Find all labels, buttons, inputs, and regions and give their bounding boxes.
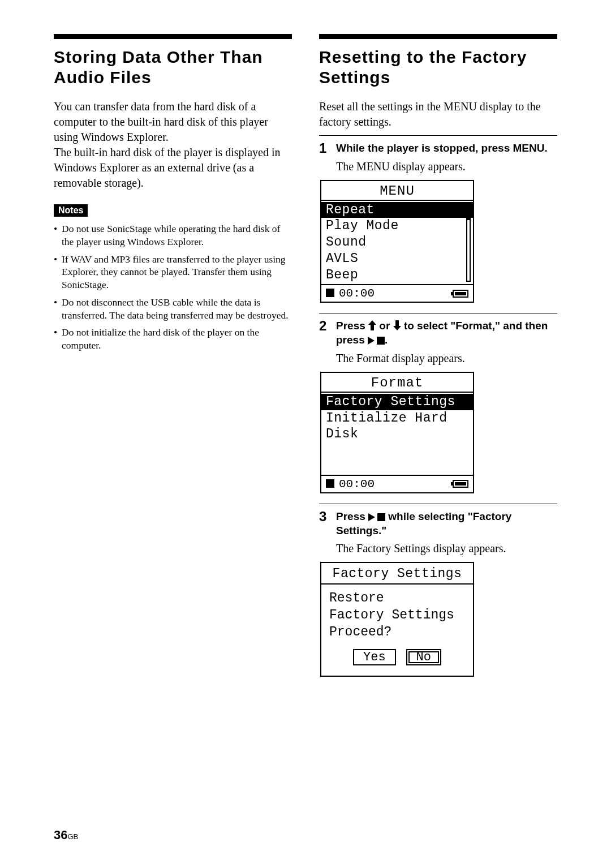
step-3: 3 Press while selecting "Factory Setting… bbox=[319, 504, 557, 677]
lcd-status-bar: 00:00 bbox=[321, 475, 473, 492]
lcd-header: MENU bbox=[321, 181, 473, 201]
storing-paragraph: You can transfer data from the hard disk… bbox=[54, 99, 292, 191]
right-column: Resetting to the Factory Settings Reset … bbox=[319, 34, 557, 677]
step-desc: The Factory Settings display appears. bbox=[336, 541, 557, 556]
play-stop-icon bbox=[368, 513, 385, 521]
yes-button: Yes bbox=[353, 649, 396, 665]
menu-item-beep: Beep bbox=[321, 267, 473, 283]
section-bar bbox=[54, 34, 292, 39]
dialog-body: Restore Factory Settings Proceed? bbox=[321, 585, 473, 646]
step-desc: The Format display appears. bbox=[336, 351, 557, 366]
note-item: Do not use SonicStage while operating th… bbox=[54, 222, 292, 248]
svg-rect-1 bbox=[377, 513, 385, 521]
section-heading-resetting: Resetting to the Factory Settings bbox=[319, 47, 557, 88]
dialog-header: Factory Settings bbox=[321, 563, 473, 585]
scrollbar bbox=[466, 203, 471, 282]
left-column: Storing Data Other Than Audio Files You … bbox=[54, 34, 292, 677]
notes-list: Do not use SonicStage while operating th… bbox=[54, 222, 292, 352]
step-title: While the player is stopped, press MENU. bbox=[336, 141, 557, 156]
lcd-status-bar: 00:00 bbox=[321, 284, 473, 302]
menu-item-sound: Sound bbox=[321, 234, 473, 251]
menu-item-repeat: Repeat bbox=[321, 202, 473, 218]
factory-settings-dialog: Factory Settings Restore Factory Setting… bbox=[320, 562, 474, 677]
battery-icon bbox=[453, 290, 468, 298]
step-2: 2 Press or to select "Format," and then … bbox=[319, 313, 557, 497]
step-title: Press while selecting "Factory Settings.… bbox=[336, 510, 557, 538]
menu-display: MENU Repeat Play Mode Sound AVLS Beep 00… bbox=[320, 180, 474, 303]
battery-icon bbox=[453, 480, 468, 488]
up-arrow-icon bbox=[368, 320, 376, 330]
menu-item-playmode: Play Mode bbox=[321, 218, 473, 234]
stop-icon bbox=[326, 289, 334, 297]
menu-item-initialize-hd: Initialize Hard Disk bbox=[321, 410, 473, 443]
no-button: No bbox=[406, 649, 441, 665]
menu-item-avls: AVLS bbox=[321, 251, 473, 267]
svg-rect-0 bbox=[377, 337, 385, 345]
note-item: Do not disconnect the USB cable while th… bbox=[54, 296, 292, 322]
time-counter: 00:00 bbox=[339, 478, 375, 491]
format-display: Format Factory Settings Initialize Hard … bbox=[320, 372, 474, 493]
step-desc: The MENU display appears. bbox=[336, 159, 557, 174]
notes-badge: Notes bbox=[54, 204, 88, 217]
reset-paragraph: Reset all the settings in the MENU displ… bbox=[319, 99, 557, 130]
note-item: If WAV and MP3 files are transferred to … bbox=[54, 253, 292, 291]
time-counter: 00:00 bbox=[339, 287, 375, 300]
section-heading-storing: Storing Data Other Than Audio Files bbox=[54, 47, 292, 88]
page-number: 36GB bbox=[54, 828, 78, 843]
play-stop-icon bbox=[368, 337, 385, 345]
stop-icon bbox=[326, 479, 334, 488]
note-item: Do not initialize the hard disk of the p… bbox=[54, 326, 292, 352]
menu-item-factory-settings: Factory Settings bbox=[321, 394, 473, 410]
step-1: 1 While the player is stopped, press MEN… bbox=[319, 135, 557, 307]
section-bar bbox=[319, 34, 557, 39]
lcd-header: Format bbox=[321, 373, 473, 393]
down-arrow-icon bbox=[393, 320, 401, 330]
step-title: Press or to select "Format," and then pr… bbox=[336, 319, 557, 347]
